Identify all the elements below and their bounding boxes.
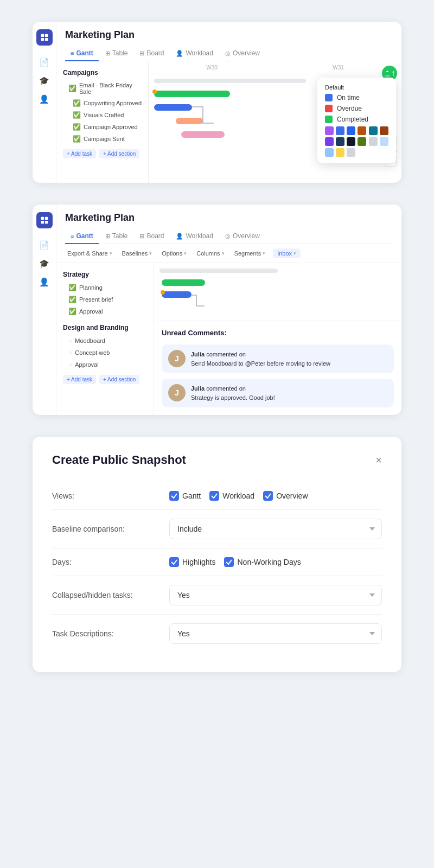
sidebar-icon-doc-2[interactable]: 📄 (39, 240, 49, 250)
popup-overdue[interactable]: Overdue (325, 105, 388, 112)
task-1-4[interactable]: ✅ Campaign Sent (56, 133, 148, 145)
popup-ontime[interactable]: On time (325, 94, 388, 101)
check-icon-2: ✅ (73, 111, 81, 119)
add-section-btn-1[interactable]: + Add section (99, 149, 139, 158)
card1-task-list: Campaigns ✅ Email - Black Friday Sale ✅ … (56, 61, 149, 183)
sidebar-icon-grad[interactable]: 🎓 (39, 76, 49, 86)
tab-workload-2[interactable]: 👤 Workload (170, 229, 218, 244)
view-workload-check[interactable]: Workload (209, 491, 254, 501)
workload-icon-2: 👤 (176, 233, 183, 240)
view-gantt-check[interactable]: Gantt (169, 491, 201, 501)
add-task-btn-1[interactable]: + Add task (63, 149, 96, 158)
tab-table-1[interactable]: ⊞ Table (100, 46, 133, 61)
sidebar-icon-person[interactable]: 👤 (39, 94, 49, 104)
overview-icon-1: ◎ (225, 50, 231, 57)
gantt-checkbox[interactable] (169, 491, 179, 501)
swatch-9[interactable] (358, 137, 366, 146)
swatch-13[interactable] (336, 148, 344, 157)
popup-completed[interactable]: Completed (325, 116, 388, 123)
tab-table-2[interactable]: ⊞ Table (100, 229, 133, 244)
inbox-btn[interactable]: Inbox ▾ (273, 248, 301, 258)
swatch-4[interactable] (369, 126, 378, 135)
task-1-3[interactable]: ✅ Campaign Approved (56, 121, 148, 133)
swatch-10[interactable] (369, 137, 378, 146)
baselines-btn[interactable]: Baselines ▾ (120, 248, 155, 258)
collapsed-control: Yes No (169, 585, 382, 605)
baseline-select[interactable]: Include Exclude (169, 519, 382, 539)
card2-gantt-mini (154, 263, 401, 321)
scroll-bar-1 (154, 79, 306, 83)
highlights-check[interactable]: Highlights (169, 557, 215, 567)
swatch-0[interactable] (325, 126, 334, 135)
task-1-0[interactable]: ✅ Email - Black Friday Sale (56, 80, 148, 97)
inbox-chevron: ▾ (293, 251, 296, 256)
tab-overview-2[interactable]: ◎ Overview (220, 229, 265, 244)
swatch-8[interactable] (347, 137, 355, 146)
tab-gantt-1[interactable]: ≡ Gantt (65, 46, 99, 61)
nonworking-check[interactable]: Non-Working Days (224, 557, 301, 567)
week-w30: W30 (149, 61, 275, 74)
options-btn[interactable]: Options ▾ (159, 248, 189, 258)
add-section-btn-2[interactable]: + Add section (99, 375, 139, 384)
swatch-12[interactable] (325, 148, 334, 157)
swatch-2[interactable] (347, 126, 355, 135)
swatch-6[interactable] (325, 137, 334, 146)
tab-overview-1[interactable]: ◎ Overview (220, 46, 265, 61)
card2-right: Unread Comments: J Julia commented on Se… (154, 263, 401, 415)
mini-dot (161, 290, 165, 295)
mini-scroll (159, 269, 278, 273)
descriptions-row: Task Descriptions: Yes No (52, 615, 382, 653)
modal-title: Create Public Snapshot (52, 453, 186, 467)
tab-board-1[interactable]: ⊞ Board (134, 46, 169, 61)
comments-panel: Unread Comments: J Julia commented on Se… (154, 321, 401, 415)
task-2-3[interactable]: ○ Moodboard (56, 335, 154, 347)
task-2-4[interactable]: ○ Concept web (56, 347, 154, 359)
close-modal-btn[interactable]: × (375, 455, 382, 465)
descriptions-select[interactable]: Yes No (169, 623, 382, 644)
svg-rect-5 (41, 217, 43, 220)
card-2: 📄 🎓 👤 Marketing Plan ≡ Gantt ⊞ Table ⊞ B… (33, 205, 401, 415)
sidebar-icon-doc[interactable]: 📄 (39, 58, 49, 67)
table-icon-1: ⊞ (105, 50, 110, 57)
add-task-btn-2[interactable]: + Add task (63, 375, 96, 384)
segments-btn[interactable]: Segments ▾ (232, 248, 268, 258)
task-2-0[interactable]: ✅ Planning (56, 282, 154, 293)
gantt-icon-2: ≡ (71, 233, 74, 239)
collapsed-select[interactable]: Yes No (169, 585, 382, 605)
export-btn[interactable]: Export & Share ▾ (65, 248, 114, 258)
days-checkboxes: Highlights Non-Working Days (169, 557, 382, 567)
highlights-checkbox[interactable] (169, 557, 179, 567)
dot-ontime (325, 94, 333, 101)
columns-btn[interactable]: Columns ▾ (194, 248, 226, 258)
card2-content: Strategy ✅ Planning ✅ Present brief ✅ Ap… (56, 263, 401, 415)
baseline-label: Baseline comparison: (52, 525, 161, 533)
nonworking-checkbox[interactable] (224, 557, 234, 567)
check-icon-4: ✅ (73, 135, 81, 143)
sidebar-icon-person-2[interactable]: 👤 (39, 277, 49, 287)
collapsed-row: Collapsed/hidden tasks: Yes No (52, 576, 382, 615)
swatch-1[interactable] (336, 126, 344, 135)
swatch-5[interactable] (380, 126, 388, 135)
design-section: Design and Branding (56, 322, 154, 335)
swatch-3[interactable] (358, 126, 366, 135)
task-2-1[interactable]: ✅ Present brief (56, 293, 154, 305)
task-1-2[interactable]: ✅ Visuals Crafted (56, 109, 148, 121)
task-2-5[interactable]: ○ Approval (56, 359, 154, 371)
descriptions-control: Yes No (169, 623, 382, 644)
view-overview-check[interactable]: Overview (263, 491, 308, 501)
overview-checkbox[interactable] (263, 491, 273, 501)
views-checkboxes: Gantt Workload Overview (169, 491, 382, 501)
tab-board-2[interactable]: ⊞ Board (134, 229, 169, 244)
campaigns-section: Campaigns (56, 67, 148, 80)
task-2-2[interactable]: ✅ Approval (56, 305, 154, 317)
dot-overdue (325, 105, 333, 112)
avatar-1: J (168, 384, 186, 401)
swatch-11[interactable] (380, 137, 388, 146)
sidebar-icon-grad-2[interactable]: 🎓 (39, 259, 49, 269)
task-1-1[interactable]: ✅ Copywriting Approved (56, 97, 148, 109)
tab-workload-1[interactable]: 👤 Workload (170, 46, 218, 61)
tab-gantt-2[interactable]: ≡ Gantt (65, 229, 99, 244)
workload-checkbox[interactable] (209, 491, 219, 501)
swatch-14[interactable] (347, 148, 355, 157)
swatch-7[interactable] (336, 137, 344, 146)
